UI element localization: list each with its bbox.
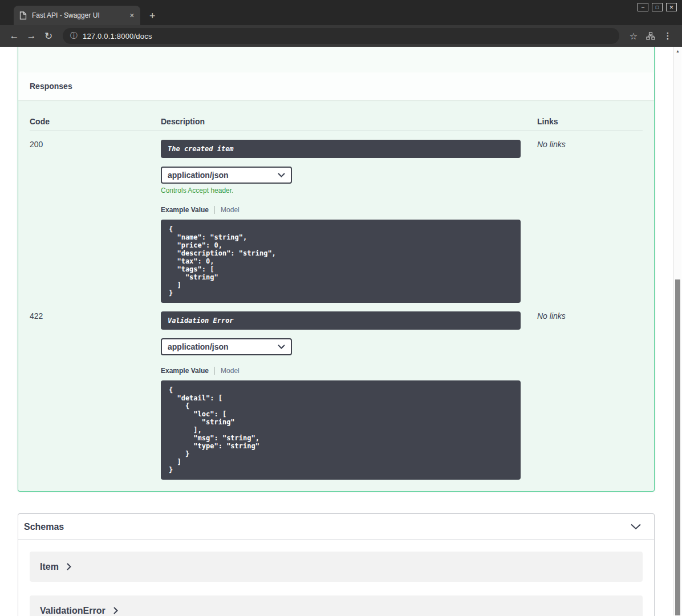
browser-menu-icon[interactable]: ⋮ [659,28,676,44]
response-description: The created item [161,140,521,158]
chevron-down-icon [278,345,285,349]
chevron-down-icon [278,173,285,177]
browser-toolbar: ← → ↻ ⓘ 127.0.0.1:8000/docs ☆ ⋮ [0,25,682,47]
tab-example-value[interactable]: Example Value [161,206,209,214]
reload-button[interactable]: ↻ [40,28,57,44]
media-type-select[interactable]: application/json [161,338,292,355]
response-links: No links [537,131,643,303]
response-links: No links [537,303,643,480]
scroll-up-icon[interactable]: ▲ [674,47,681,55]
new-tab-button[interactable]: + [149,11,156,21]
schemas-section: Schemas Item ValidationError [18,513,655,616]
close-button[interactable]: ✕ [666,3,677,11]
operation-block: Responses Code Description Links 200 The… [18,47,655,492]
column-header-links: Links [537,111,643,131]
back-button[interactable]: ← [6,28,23,44]
window-controls: – □ ✕ [638,3,677,11]
responses-section-header: Responses [18,72,654,100]
bookmark-star-icon[interactable]: ☆ [625,28,642,44]
schema-model-item[interactable]: Item [30,552,643,582]
example-model-tabs: Example Value Model [161,206,521,214]
chevron-right-icon [67,563,71,570]
browser-window: Fast API - Swagger UI ✕ + – □ ✕ ← → ↻ ⓘ … [0,0,682,616]
tab-divider [214,367,215,375]
response-description-cell: Validation Error application/json Exampl… [161,303,537,480]
minimize-button[interactable]: – [638,3,648,11]
schema-model-validationerror[interactable]: ValidationError [30,595,643,616]
column-header-code: Code [30,111,161,131]
scrollbar-thumb[interactable] [675,279,680,615]
response-description-cell: The created item application/json Contro… [161,131,537,303]
example-model-tabs: Example Value Model [161,367,521,375]
response-description: Validation Error [161,311,521,330]
schemas-header[interactable]: Schemas [18,514,654,540]
media-type-value: application/json [168,342,229,351]
schema-model-name: ValidationError [40,606,105,616]
tab-title: Fast API - Swagger UI [32,11,124,19]
schema-model-name: Item [40,562,59,572]
schemas-body: Item ValidationError [18,540,654,616]
tab-divider [214,206,215,214]
media-type-value: application/json [168,171,229,180]
page-favicon-icon [19,11,27,20]
tab-example-value[interactable]: Example Value [161,367,209,375]
browser-titlebar: Fast API - Swagger UI ✕ + – □ ✕ [0,0,682,25]
chevron-down-icon[interactable] [630,524,642,530]
responses-table: Code Description Links 200 The created i… [18,100,654,491]
page-scrollbar[interactable]: ▲ [673,47,681,615]
page-viewport: Responses Code Description Links 200 The… [0,47,682,616]
schemas-title: Schemas [24,522,64,532]
media-type-select[interactable]: application/json [161,167,292,184]
example-json-block: { "detail": [ { "loc": [ "string" ], "ms… [161,380,521,480]
example-json-block: { "name": "string", "price": 0, "descrip… [161,220,521,303]
page-content: Responses Code Description Links 200 The… [0,47,674,616]
response-code: 200 [30,131,161,303]
chevron-right-icon [113,607,118,614]
forward-button[interactable]: → [23,28,40,44]
tab-model[interactable]: Model [221,367,239,375]
site-info-icon[interactable]: ⓘ [70,31,78,41]
response-code: 422 [30,303,161,480]
maximize-button[interactable]: □ [652,3,663,11]
operation-block-upper-area [18,47,654,72]
sitemap-icon[interactable] [642,28,659,44]
tab-close-icon[interactable]: ✕ [129,13,135,19]
tab-model[interactable]: Model [221,206,239,214]
address-bar[interactable]: ⓘ 127.0.0.1:8000/docs [63,28,619,44]
responses-title: Responses [30,82,72,91]
url-text: 127.0.0.1:8000/docs [83,32,152,40]
browser-tab[interactable]: Fast API - Swagger UI ✕ [14,6,140,25]
accept-header-note: Controls Accept header. [161,187,521,194]
column-header-description: Description [161,111,537,131]
